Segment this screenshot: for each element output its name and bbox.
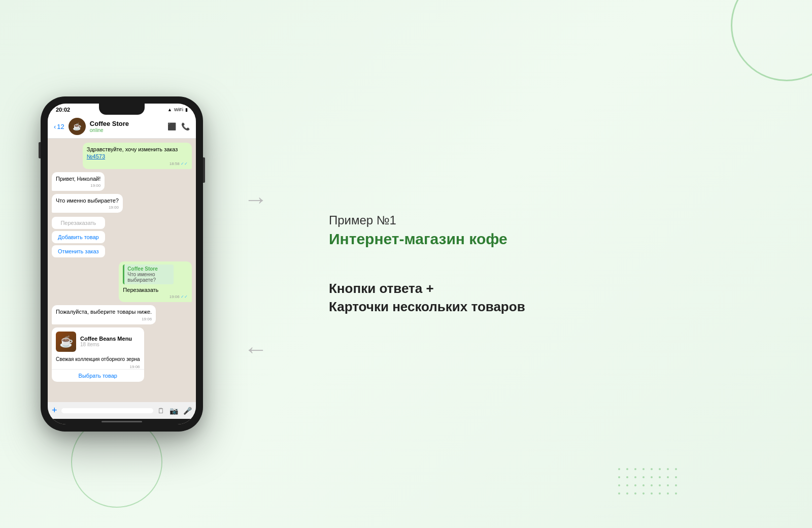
quoted-sender: Coffee Store (127, 266, 171, 272)
coffee-img-icon: ☕ (59, 335, 73, 348)
quick-replies: Перезаказать Добавить товар Отменить зак… (52, 217, 105, 257)
bubble-received-2: Что именно выбираете? 19:00 (52, 194, 123, 213)
bubble-time-r3: 19:06 (56, 317, 152, 321)
bubble-sent-1: Здравствуйте, хочу изменить заказ №4573 … (83, 143, 192, 169)
message-sent-2: Coffee Store Что именно выбираете? Перез… (52, 261, 192, 302)
product-info: Coffee Beans Menu 18 items (80, 336, 132, 347)
bubble-time-r1: 19:00 (56, 183, 100, 188)
back-count: 12 (57, 123, 64, 130)
quick-replies-row: Перезаказать Добавить товар Отменить зак… (52, 216, 192, 258)
battery-icon: ▮ (185, 107, 188, 112)
quoted-text: Что именно выбираете? (127, 272, 171, 283)
product-card-row: ☕ Coffee Beans Menu 18 items Свежая колл… (52, 327, 192, 383)
right-panel: Пример №1 Интернет-магазин кофе Кнопки о… (309, 212, 771, 316)
product-card-button[interactable]: Выбрать товар (52, 369, 144, 382)
status-icons: ▲ WiFi ▮ (167, 107, 188, 112)
message-sent-1: Здравствуйте, хочу изменить заказ №4573 … (52, 143, 192, 169)
arrow-down-icon: ← (244, 335, 268, 363)
bubble-received-1: Привет, Николай! 19:00 (52, 172, 105, 191)
microphone-icon[interactable]: 🎤 (183, 407, 192, 415)
feature-label: Кнопки ответа +Карточки нескольких товар… (329, 279, 525, 316)
message-received-2: Что именно выбираете? 19:00 (52, 194, 192, 213)
product-image: ☕ (56, 332, 76, 352)
example-block: Пример №1 Интернет-магазин кофе (329, 212, 507, 249)
bubble-text-s2: Перезаказать (123, 286, 188, 293)
bubble-sent-2: Coffee Store Что именно выбираете? Перез… (119, 261, 192, 302)
contact-info: Coffee Store online (90, 120, 163, 133)
sticker-icon[interactable]: 🗒 (157, 407, 164, 415)
video-icon[interactable]: ⬛ (167, 122, 176, 130)
bubble-time-1: 18:58 ✓✓ (87, 161, 188, 166)
check-icon-2: ✓✓ (181, 294, 188, 299)
status-time: 20:02 (56, 107, 70, 113)
wifi-icon: WiFi (174, 107, 183, 112)
message-received-1: Привет, Николай! 19:00 (52, 172, 192, 191)
quick-reply-add[interactable]: Добавить товар (52, 231, 105, 243)
product-name: Coffee Beans Menu (80, 336, 132, 342)
home-bar (101, 421, 142, 422)
chat-header: ‹ 12 ☕ Coffee Store online ⬛ 📞 (48, 115, 196, 139)
bubble-text-r3: Пожалуйста, выберите товары ниже. (56, 308, 152, 315)
message-received-3: Пожалуйста, выберите товары ниже. 19:06 (52, 305, 192, 324)
chat-input-bar: + 🗒 📷 🎤 (48, 402, 196, 419)
check-icon: ✓✓ (181, 161, 188, 166)
phone-wrapper: 20:02 ▲ WiFi ▮ ‹ 12 ☕ (41, 96, 203, 432)
chevron-left-icon: ‹ (54, 123, 56, 130)
phone-notch (99, 104, 145, 115)
quick-reply-cancel[interactable]: Отменить заказ (52, 245, 105, 257)
arrow-up-icon: ← (244, 185, 268, 213)
contact-avatar: ☕ (69, 118, 86, 135)
quoted-message: Coffee Store Что именно выбираете? (123, 265, 174, 284)
bubble-text-r1: Привет, Николай! (56, 175, 100, 182)
quick-reply-reorder[interactable]: Перезаказать (52, 217, 105, 229)
chat-messages[interactable]: Здравствуйте, хочу изменить заказ №4573 … (48, 139, 196, 402)
deco-dots (618, 468, 680, 498)
bubble-received-3: Пожалуйста, выберите товары ниже. 19:06 (52, 305, 156, 324)
back-button[interactable]: ‹ 12 (54, 123, 64, 130)
example-label: Пример №1 (329, 212, 507, 229)
signal-icon: ▲ (167, 107, 172, 112)
bubble-text-r2: Что именно выбираете? (56, 197, 119, 204)
order-link[interactable]: №4573 (87, 153, 105, 159)
camera-icon[interactable]: 📷 (170, 407, 178, 415)
bubble-time-r2: 19:00 (56, 205, 119, 210)
contact-name: Coffee Store (90, 120, 163, 127)
product-card-time: 19:06 (52, 365, 144, 369)
phone-screen: 20:02 ▲ WiFi ▮ ‹ 12 ☕ (48, 104, 196, 424)
bubble-time-s2: 19:06 ✓✓ (123, 294, 188, 299)
home-indicator (48, 419, 196, 424)
example-title: Интернет-магазин кофе (329, 229, 507, 249)
arrows-area: ← ← (244, 165, 268, 363)
product-card-header: ☕ Coffee Beans Menu 18 items (52, 327, 144, 356)
add-attachment-icon[interactable]: + (52, 405, 57, 416)
input-icons: 🗒 📷 🎤 (157, 407, 192, 415)
avatar-icon: ☕ (73, 122, 81, 130)
phone-icon[interactable]: 📞 (181, 122, 190, 130)
contact-status: online (90, 127, 163, 133)
message-input[interactable] (61, 408, 153, 413)
bubble-text-1: Здравствуйте, хочу изменить заказ №4573 (87, 146, 188, 160)
product-count: 18 items (80, 342, 132, 347)
header-icons: ⬛ 📞 (167, 122, 190, 130)
product-description: Свежая коллекция отборного зерна (52, 356, 144, 365)
product-card: ☕ Coffee Beans Menu 18 items Свежая колл… (52, 327, 144, 382)
phone-frame: 20:02 ▲ WiFi ▮ ‹ 12 ☕ (41, 96, 203, 432)
